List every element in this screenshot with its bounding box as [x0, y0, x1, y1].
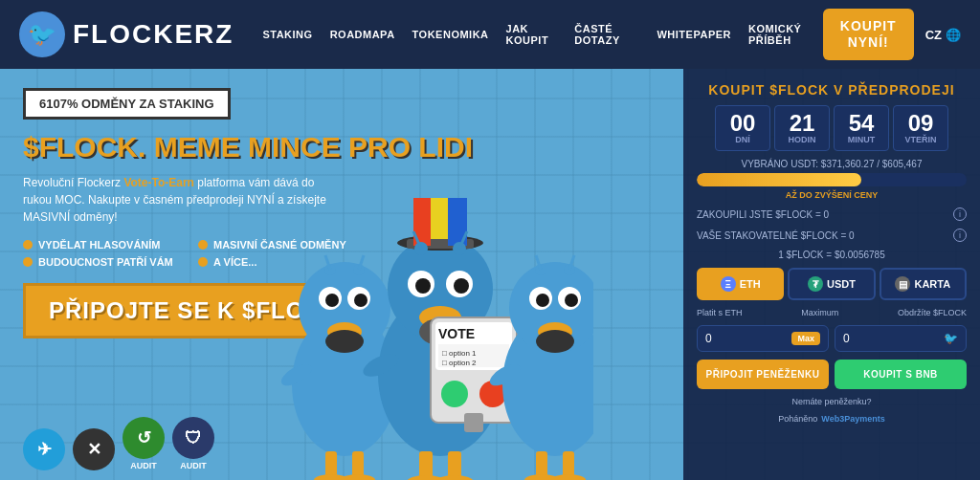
feature-3: BUDOUCNOST PATŘÍ VÁM [23, 256, 192, 268]
svg-point-54 [558, 287, 581, 310]
vote-earn-link[interactable]: Vote-To-Earn [123, 176, 194, 189]
input-label-center: Maximum [801, 308, 838, 317]
connect-wallet-button[interactable]: PŘIPOJIT PENĚŽENKU [697, 360, 829, 389]
eth-input[interactable] [705, 332, 791, 345]
svg-point-16 [341, 474, 375, 480]
nav-staking[interactable]: STAKING [262, 29, 312, 40]
nav-whitepaper[interactable]: WHITEPAPER [657, 29, 731, 40]
svg-point-57 [535, 264, 546, 275]
stat-label-1: ZAKOUPILI JSTE $FLOCK = 0 [697, 209, 829, 220]
svg-point-67 [536, 330, 574, 353]
logo-icon: 🐦 [19, 11, 65, 57]
svg-point-30 [414, 242, 428, 255]
buy-now-button[interactable]: KOUPITNYNÍ! [823, 9, 914, 60]
svg-point-61 [486, 360, 523, 390]
lang-text: CZ [925, 28, 942, 42]
tab-eth[interactable]: Ξ ETH [697, 268, 784, 300]
svg-point-19 [388, 236, 493, 341]
info-icon-2[interactable]: i [953, 229, 967, 242]
nav-roadmapa[interactable]: ROADMAPA [330, 29, 395, 40]
svg-rect-24 [448, 198, 467, 246]
globe-icon: 🌐 [946, 28, 961, 42]
svg-rect-36 [419, 451, 433, 480]
logo-text: FLOCKERZ [73, 19, 234, 50]
tab-usdt[interactable]: ₮ USDT [788, 268, 875, 300]
nav-tokenomika[interactable]: TOKENOMIKA [412, 29, 489, 40]
svg-point-18 [378, 294, 502, 456]
tab-karta-label: KARTA [914, 278, 950, 290]
staking-badge: 6107% ODMĚNY ZA STAKING [23, 88, 231, 120]
svg-rect-44 [438, 344, 509, 367]
web3-link[interactable]: Web3Payments [821, 414, 884, 424]
svg-point-39 [435, 475, 474, 480]
lang-selector[interactable]: CZ 🌐 [925, 28, 961, 42]
svg-point-12 [373, 360, 411, 390]
input-row: Max 🐦 [697, 325, 967, 352]
feature-2: MASIVNÍ ČASNÉ ODMĚNY [198, 239, 368, 251]
input-label-left: Platit s ETH [697, 308, 743, 317]
svg-point-35 [479, 349, 521, 381]
progress-bar [697, 173, 967, 186]
feature-dot-2 [198, 240, 208, 250]
logo-area: 🐦 FLOCKERZ [19, 11, 234, 57]
audit2-icon[interactable]: 🛡 [172, 417, 214, 459]
svg-point-65 [524, 474, 559, 480]
progress-fill [697, 173, 861, 186]
tab-eth-label: ETH [740, 278, 761, 290]
timer-hours-label: HODIN [783, 135, 821, 144]
timer-hours-value: 21 [783, 112, 821, 135]
cta-banner[interactable]: PŘIPOJTE SE K $FLOCK! [23, 283, 374, 338]
svg-point-48 [479, 381, 506, 407]
timer-minutes-label: MINUT [842, 135, 880, 144]
progress-section: VYBRÁNO USDT: $371,360.27 / $605,467 AŽ … [697, 159, 967, 200]
svg-rect-49 [464, 413, 483, 432]
timer-days: 00 DNÍ [715, 105, 770, 151]
svg-point-28 [415, 278, 431, 294]
rate-text: 1 $FLOCK = $0.0056785 [697, 250, 967, 260]
flock-output[interactable] [843, 332, 944, 345]
tab-karta[interactable]: ▤ KARTA [880, 268, 967, 300]
svg-line-33 [459, 231, 467, 249]
powered-label: Poháněno [778, 414, 817, 424]
stat-row-1: ZAKOUPILI JSTE $FLOCK = 0 i [697, 207, 967, 221]
telegram-icon[interactable]: ✈ [23, 428, 65, 470]
header: 🐦 FLOCKERZ STAKING ROADMAPA TOKENOMIKA J… [0, 0, 980, 69]
svg-point-56 [565, 294, 578, 307]
features-grid: VYDĚLAT HLASOVÁNÍM MASIVNÍ ČASNÉ ODMĚNY … [23, 239, 368, 268]
svg-text:□ option 1: □ option 1 [442, 349, 477, 358]
svg-rect-14 [352, 451, 364, 480]
svg-rect-41 [431, 317, 517, 423]
svg-point-66 [551, 474, 586, 480]
svg-point-50 [502, 313, 593, 456]
info-icon-1[interactable]: i [953, 207, 967, 221]
panel-footer: Nemáte peněženku? [697, 397, 967, 406]
feature-dot-3 [23, 257, 33, 267]
x-icon[interactable]: ✕ [73, 428, 115, 470]
nav-caste-dotazy[interactable]: ČASTÉ DOTAZY [574, 23, 639, 46]
nav-jak-koupit[interactable]: JAK KOUPIT [506, 23, 558, 46]
tab-usdt-label: USDT [827, 278, 856, 290]
nav-komicky[interactable]: KOMICKÝ PŘÍBĚH [748, 23, 823, 46]
svg-point-32 [453, 242, 466, 255]
powered-by: Poháněno Web3Payments [697, 414, 967, 424]
input-label-right: Obdržíte $FLOCK [898, 308, 967, 317]
max-button[interactable]: Max [791, 332, 820, 345]
buy-bnb-button[interactable]: KOUPIT S BNB [835, 360, 967, 389]
timer-seconds-label: VTEŘIN [902, 135, 940, 144]
svg-point-62 [586, 360, 593, 390]
social-icons: ✈ ✕ ↺ AUDIT 🛡 AUDIT [23, 417, 214, 470]
svg-point-15 [314, 474, 348, 480]
svg-text:□ option 2: □ option 2 [442, 359, 477, 367]
progress-label: AŽ DO ZVÝŠENÍ CENY [697, 190, 967, 200]
svg-point-27 [446, 271, 473, 297]
feature-1: VYDĚLAT HLASOVÁNÍM [23, 239, 192, 251]
svg-point-51 [509, 262, 593, 354]
description: Revoluční Flockerz Vote-To-Earn platform… [23, 174, 329, 226]
svg-point-38 [407, 475, 445, 480]
timer-minutes-value: 54 [842, 112, 880, 135]
audit1-icon[interactable]: ↺ [122, 417, 165, 459]
svg-point-52 [538, 322, 572, 341]
header-right: KOUPITNYNÍ! CZ 🌐 [823, 9, 961, 60]
svg-rect-42 [435, 322, 512, 370]
feature-dot-4 [198, 257, 208, 267]
